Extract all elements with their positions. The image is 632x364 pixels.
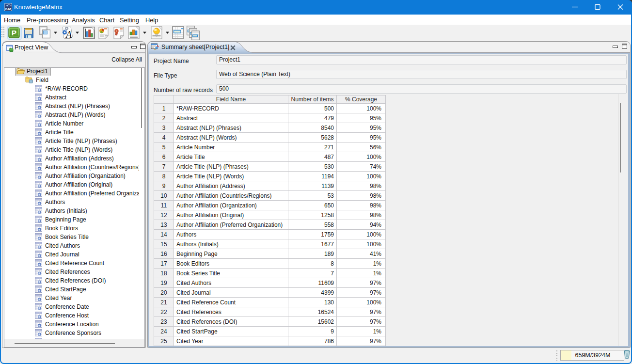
svg-text:P: P [12, 29, 16, 37]
svg-text:KM: KM [5, 7, 12, 11]
svg-text:A: A [65, 29, 72, 40]
